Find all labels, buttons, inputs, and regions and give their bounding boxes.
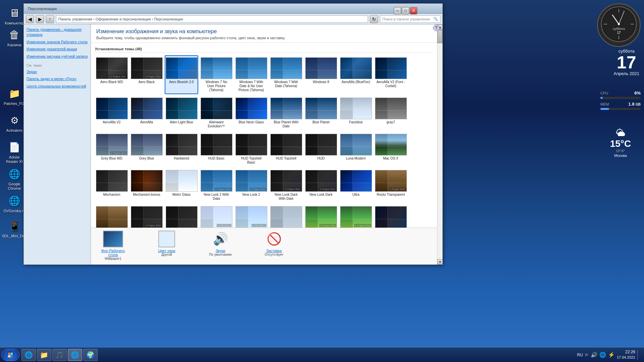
theme-item-hud-basic[interactable]: HUD Basic	[200, 132, 233, 167]
theme-item-mechanism[interactable]: Mechanism	[95, 168, 128, 203]
clock-widget: суббота 17	[597, 3, 641, 47]
theme-item-alienware[interactable]: Alienware Evolution™	[200, 96, 233, 130]
theme-item-win8[interactable]: Windows 8	[304, 55, 338, 94]
scrollbar-track[interactable]: ▲ ▼	[437, 24, 442, 264]
theme-name-win8: Windows 8	[313, 80, 329, 84]
theme-thumbnail-alienware	[201, 98, 232, 119]
desktop-icon-chrome[interactable]: 🌐 Google Chrome	[3, 166, 26, 192]
theme-item-ultra[interactable]: Ultra	[339, 168, 373, 203]
theme-item-hardwired[interactable]: Hardwired	[165, 132, 198, 167]
desktop-icon-activators[interactable]: ⚙ Activators	[3, 112, 26, 134]
volume-icon[interactable]: 🔊	[591, 352, 597, 358]
theme-item-win7-no-user[interactable]: Windows 7 No User Picture (Tahoma)	[200, 55, 233, 94]
theme-item-win7-with-date[interactable]: Windows 7 With Date & No User Picture (T…	[234, 55, 268, 94]
theme-item-win7-with-date2[interactable]: Windows 7 With Date (Tahoma)	[269, 55, 303, 94]
sidebar-link-home[interactable]: Панель управления - домашняя страница	[26, 27, 88, 38]
network-icon[interactable]: 🌐	[599, 352, 606, 358]
back-button[interactable]: ◀	[26, 15, 34, 23]
theme-item-aero-black[interactable]: X Project 2010Aero Black	[130, 55, 163, 94]
window-body: Панель управления - домашняя страница Из…	[24, 24, 442, 264]
theme-item-hud[interactable]: HUD	[304, 132, 338, 167]
theme-item-rocks[interactable]: Rocks	[95, 204, 128, 228]
taskbar-item-chrome[interactable]: 🌐	[68, 349, 82, 361]
bottom-sounds[interactable]: 🔊 Звуки По умолчанию	[204, 231, 237, 256]
desktop-icon-computer[interactable]: 🖥 Компьютер	[3, 5, 26, 27]
stamp-soft: X PROJECT	[252, 224, 266, 227]
theme-item-soft7[interactable]: Soft7	[269, 204, 303, 228]
taskbar-item-lang[interactable]: 🌍	[83, 349, 98, 361]
theme-item-soft-with-data[interactable]: X PROJECTSoft With Data	[200, 204, 233, 228]
taskbar-item-ie[interactable]: 🌐	[21, 349, 36, 361]
theme-item-hud-topshell[interactable]: HUD Topshell	[269, 132, 303, 167]
theme-item-aeroalfa[interactable]: AeroAlfa	[130, 96, 163, 130]
scroll-down-button[interactable]: ▼	[437, 259, 442, 264]
theme-item-rocks-transparent[interactable]: X Project 2010Rocks Transparent	[374, 168, 408, 203]
taskbar-item-explorer[interactable]: 📁	[37, 349, 51, 361]
sidebar-link-accessibility[interactable]: Центр специальных возможностей	[26, 84, 88, 89]
theme-item-aeroalfa-v2[interactable]: AeroAlfa V2	[95, 96, 128, 130]
theme-item-spring[interactable]: X Project 2010Spring	[339, 204, 373, 228]
scrollbar-thumb-area[interactable]	[437, 30, 442, 259]
sidebar-link-screen[interactable]: Экран	[26, 69, 88, 74]
theme-item-alien-light-blue[interactable]: Alien Light Blue	[165, 96, 198, 130]
tray-extra[interactable]: ⚡	[608, 352, 615, 358]
maximize-button[interactable]: □	[402, 7, 409, 14]
theme-name-ultra: Ultra	[352, 193, 359, 197]
lang-indicator[interactable]: RU	[577, 353, 583, 357]
desktop-icon-patches[interactable]: 📁 Patches_FIX	[3, 85, 26, 107]
search-field[interactable]: Поиск в панели управления 🔍	[380, 15, 440, 23]
theme-item-metro-glass[interactable]: Metro Glass	[165, 168, 198, 203]
theme-item-grey-blue-wd[interactable]: X Project 2010Grey Blue WD	[95, 132, 128, 167]
desktop-icon-sdl[interactable]: 📱 SDL_Mini_Dr...	[3, 218, 26, 240]
theme-item-grey-blue[interactable]: Grey Blue	[130, 132, 163, 167]
theme-item-luna-modern[interactable]: Luna Modern	[339, 132, 373, 167]
theme-thumbnail-rocks	[96, 206, 128, 228]
sidebar-link-icons[interactable]: Изменение значков Рабочего стола	[26, 40, 88, 45]
patches-label: Patches_FIX	[4, 102, 25, 106]
scrollbar-thumb[interactable]	[437, 30, 442, 43]
theme-item-mac-osx[interactable]: Mac OS X	[374, 132, 408, 167]
start-button[interactable]	[1, 349, 19, 361]
theme-item-blue-planet[interactable]: Blue Planet	[304, 96, 338, 130]
theme-item-new-look2[interactable]: X Project 2010New Look 2	[234, 168, 268, 203]
theme-item-soft[interactable]: X PROJECTSoft	[234, 204, 268, 228]
theme-item-mechanism-bonus[interactable]: Mechanism-bonus	[130, 168, 163, 203]
theme-item-new-look-dark[interactable]: X Project 2010New Look Dark	[304, 168, 338, 203]
desktop-icon-ovgorskiy[interactable]: 🌐 OVGorskiy.ru	[3, 193, 26, 215]
theme-item-blue-planet-date[interactable]: Blue Planet With Date	[269, 96, 303, 130]
address-field[interactable]: Панель управления › Оформление и персона…	[56, 15, 368, 23]
theme-item-aeroalfa-bluefire[interactable]: AeroAlfa (BlueFire)	[339, 55, 373, 94]
theme-item-spring-with-data[interactable]: X Project 2010Spring With Data	[304, 204, 338, 228]
close-button[interactable]: ✕	[410, 7, 417, 14]
theme-item-aero-blueish[interactable]: Aero Blueish 2.0	[165, 55, 198, 94]
up-button[interactable]: ↑	[46, 15, 54, 23]
sidebar-link-mouse[interactable]: Изменение указателей мыши	[26, 47, 88, 52]
sidebar-link-taskbar[interactable]: Панель задач и меню «Пуск»	[26, 76, 88, 81]
themes-section[interactable]: Установленные темы (48) X Project 2010Ae…	[91, 43, 437, 228]
theme-item-aero-black-wd[interactable]: X Project 2010Aero Black WD	[95, 55, 128, 94]
desktop-icon-recycle[interactable]: 🗑 Корзина	[3, 27, 26, 49]
theme-item-sub-zero-sapphire[interactable]: Sub Zero Sapphire	[374, 204, 408, 228]
tray-clock[interactable]: 22:26 17.04.2021	[617, 349, 635, 360]
minimize-button[interactable]: ─	[394, 7, 401, 14]
theme-item-aeroalfa-v2-font[interactable]: AeroAlfa V2 (Font - Corbel)	[374, 55, 408, 94]
bottom-screensaver[interactable]: 🚫 Заставка Отсутствует	[257, 231, 291, 256]
theme-item-hud-topshell-basic[interactable]: HUD Topshell Basic	[234, 132, 268, 167]
sidebar-link-account[interactable]: Изменение рисунка учётной записи	[26, 54, 88, 59]
sounds-icon: 🔊	[212, 231, 229, 247]
forward-button[interactable]: ▶	[36, 15, 44, 23]
theme-item-soft-black-date[interactable]: X Project 2010Soft Black With Date	[130, 204, 163, 228]
refresh-button[interactable]: ↻	[370, 15, 378, 23]
theme-item-soft-black[interactable]: Soft Black	[165, 204, 198, 228]
theme-item-new-look-dark-date[interactable]: X Project 2010New Look Dark With Date	[269, 168, 303, 203]
bottom-wallpaper[interactable]: Фон Рабочего стола Wallpaper1	[96, 231, 130, 260]
taskbar-item-media[interactable]: 🎵	[52, 349, 67, 361]
show-desktop-button[interactable]	[637, 350, 640, 360]
theme-item-faceblue[interactable]: Faceblue	[339, 96, 373, 130]
theme-item-gray7[interactable]: gray7	[374, 96, 408, 130]
desktop-icon-adobe[interactable]: 📄 Adobe Reader XI	[3, 139, 26, 165]
theme-item-blue-neon-glass[interactable]: Blue Neon Glass	[234, 96, 268, 130]
bottom-color[interactable]: Цвет окна Другой	[150, 231, 183, 256]
theme-item-new-look2-data[interactable]: X Project 2010New Look 2 With Data	[200, 168, 233, 203]
activators-label: Activators	[6, 128, 22, 133]
